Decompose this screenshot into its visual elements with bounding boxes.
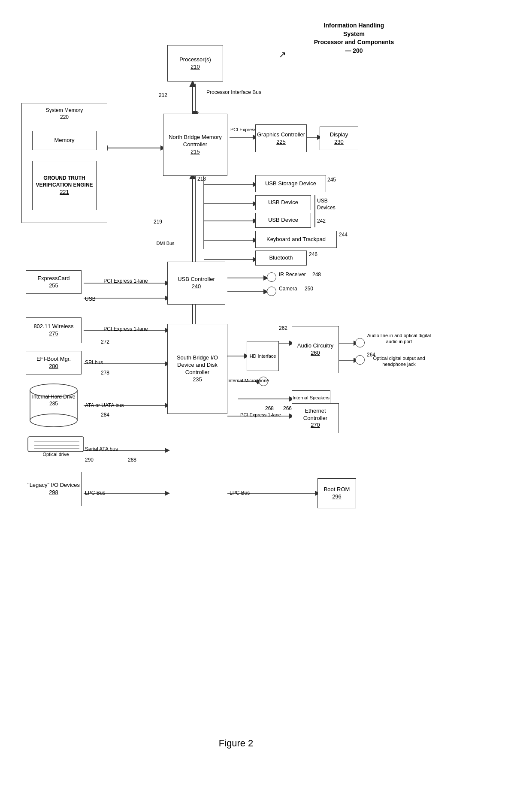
optical-drive-label: Optical drive <box>42 452 69 457</box>
ref-272: 272 <box>101 339 109 346</box>
usb-device2-box: USB Device <box>255 213 311 228</box>
optical-drive-area: Optical drive <box>26 433 86 457</box>
usb-controller-box: USB Controller 240 <box>167 262 225 305</box>
ref-290: 290 <box>85 457 94 464</box>
diagram-title: Information Handling System Processor an… <box>300 21 408 55</box>
ground-truth-box: GROUND TRUTH VERIFICATION ENGINE 221 <box>32 161 97 210</box>
usb-storage-num: 245 <box>327 177 336 184</box>
keyboard-num: 244 <box>339 232 348 239</box>
graphics-controller-box: Graphics Controller 225 <box>255 124 307 152</box>
ref-266: 266 <box>283 405 292 412</box>
pci-1lane-label-2: PCI Express 1-lane <box>85 326 166 333</box>
ref-278: 278 <box>101 370 109 377</box>
legacy-io-box: "Legacy" I/O Devices 298 <box>26 472 82 506</box>
ref-268: 268 <box>265 405 274 412</box>
diagram: Information Handling System Processor an… <box>0 0 532 794</box>
ir-receiver-circle <box>267 272 276 282</box>
title-arrow: ↗ <box>279 49 286 60</box>
expresscard-box: ExpressCard 255 <box>26 270 82 294</box>
hd-interface-box: HD Interface <box>247 341 279 371</box>
north-bridge-box: North Bridge Memory Controller 215 <box>163 114 227 176</box>
efi-boot-box: EFI-Boot Mgr. 280 <box>26 351 82 374</box>
ref-219: 219 <box>154 219 162 226</box>
audio-circuitry-box: Audio Circuitry 260 <box>292 326 339 373</box>
camera-circle <box>267 287 276 296</box>
wireless-box: 802.11 Wireless 275 <box>26 317 82 343</box>
system-memory-label: System Memory 220 <box>26 107 103 121</box>
spi-bus-label: SPI bus <box>85 359 103 366</box>
ref-288: 288 <box>128 457 136 464</box>
optical-out-circle <box>355 355 365 365</box>
bluetooth-num: 246 <box>309 251 317 258</box>
ethernet-controller-box: Ethernet Controller 270 <box>292 403 339 433</box>
keyboard-trackpad-box: Keyboard and Trackpad <box>255 231 337 248</box>
processor-box: Processor(s) 210 <box>167 45 223 82</box>
usb-storage-box: USB Storage Device <box>255 175 326 192</box>
usb-label-1: USB <box>85 296 96 303</box>
dmi-bus-label: DMI Bus <box>154 240 177 246</box>
usb-devices-label: USB Devices 242 <box>314 195 345 227</box>
ata-uata-label: ATA or UATA bus <box>85 402 124 409</box>
camera-label: Camera <box>279 286 297 293</box>
ref-284: 284 <box>101 412 109 419</box>
figure-caption: Figure 2 <box>172 738 300 749</box>
camera-num: 250 <box>305 286 313 293</box>
pci-express-label: PCI Express <box>230 127 257 133</box>
svg-rect-36 <box>28 437 84 452</box>
internal-hd-cylinder: Internal Hard Drive 285 <box>24 382 84 431</box>
south-bridge-box: South Bridge I/O Device and Disk Control… <box>167 324 227 414</box>
bluetooth-box: Bluetooth <box>255 251 307 266</box>
ref-262: 262 <box>279 325 287 332</box>
serial-ata-label: Serial ATA bus <box>85 446 118 453</box>
optical-out-label: Optical digital output and headphone jac… <box>367 355 431 368</box>
ir-receiver-num: 248 <box>312 272 321 278</box>
ir-receiver-label: IR Receiver <box>279 272 306 278</box>
pci-1lane-label-1: PCI Express 1-lane <box>85 278 166 285</box>
usb-device1-box: USB Device <box>255 195 311 210</box>
boot-rom-box: Boot ROM 296 <box>317 478 356 508</box>
ref-218: 218 <box>197 176 206 183</box>
svg-point-35 <box>30 414 77 427</box>
audio-in-circle <box>355 338 365 347</box>
memory-box: Memory <box>32 131 97 150</box>
processor-interface-bus-label: Processor Interface Bus <box>200 89 268 96</box>
internal-mic-label: Internal Microphone <box>227 377 269 383</box>
pci-1lane-ethernet-label: PCI Express 1-lane <box>230 412 292 418</box>
audio-in-label: Audio line-in and optical digital audio … <box>367 332 431 345</box>
lpc-bus-label-2: LPC Bus <box>230 490 250 497</box>
ref-212: 212 <box>159 92 167 99</box>
display-box: Display 230 <box>320 127 358 150</box>
lpc-bus-label-1: LPC Bus <box>85 490 105 497</box>
